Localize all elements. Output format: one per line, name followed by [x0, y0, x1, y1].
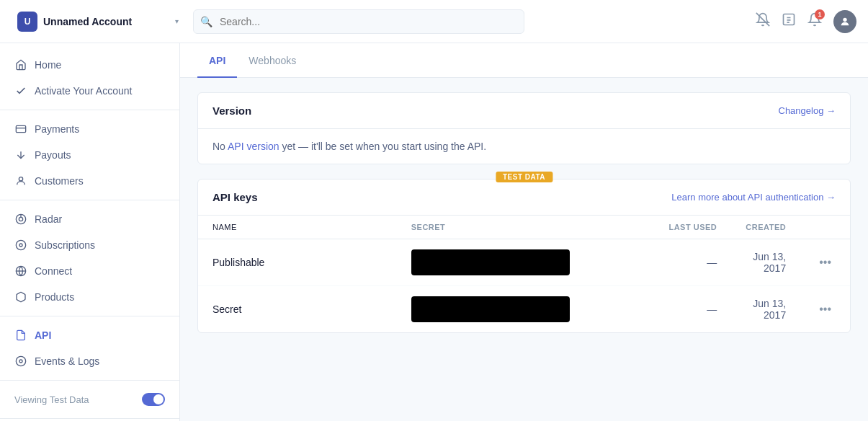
sidebar-item-label: Home — [35, 59, 61, 71]
sidebar-item-label: Payouts — [35, 149, 71, 161]
version-card-body: No API version yet — it'll be set when y… — [198, 129, 850, 164]
tab-webhooks[interactable]: Webhooks — [237, 43, 308, 78]
key-name-publishable: Publishable — [198, 239, 397, 286]
sidebar-item-label: Events & Logs — [35, 355, 99, 367]
search-bar: 🔍 — [193, 9, 524, 34]
layout: Home Activate Your Account Payments Payo… — [0, 43, 868, 421]
docs-icon[interactable] — [782, 12, 796, 30]
key-secret-publishable — [397, 239, 643, 286]
sidebar-item-customers[interactable]: Customers — [0, 168, 179, 194]
chevron-down-icon: ▾ — [175, 17, 179, 25]
table-row: Publishable — Jun 13, 2017 ••• — [198, 239, 850, 286]
sidebar-item-label: Activate Your Account — [35, 85, 132, 97]
key-last-used-secret: — — [643, 286, 731, 333]
test-data-toggle-switch[interactable] — [142, 393, 165, 406]
tab-api[interactable]: API — [197, 43, 237, 78]
sidebar-item-radar[interactable]: Radar — [0, 206, 179, 232]
account-icon: U — [17, 12, 37, 32]
content-area: Version Changelog → No API version yet —… — [180, 92, 868, 350]
search-input[interactable] — [193, 9, 524, 34]
sidebar-item-label: Connect — [35, 265, 72, 277]
svg-point-10 — [16, 240, 25, 249]
sidebar-item-label: API — [35, 329, 51, 341]
col-header-last-used: LAST USED — [643, 216, 731, 239]
api-keys-table: NAME SECRET LAST USED CREATED Publishabl… — [198, 216, 850, 332]
sidebar-item-home[interactable]: Home — [0, 52, 179, 78]
notification-badge: 1 — [815, 9, 825, 19]
payments-icon — [14, 123, 27, 136]
topbar: U Unnamed Account ▾ 🔍 1 — [0, 0, 868, 43]
check-icon — [14, 84, 27, 97]
payouts-icon — [14, 149, 27, 161]
sidebar-item-label: Radar — [35, 213, 62, 225]
customers-icon — [14, 174, 27, 187]
viewing-test-data-label: Viewing Test Data — [14, 394, 89, 405]
version-body-text: No API version yet — it'll be set when y… — [212, 141, 836, 152]
changelog-link[interactable]: Changelog → — [779, 105, 836, 116]
user-avatar[interactable] — [833, 10, 856, 33]
svg-point-2 — [843, 17, 846, 21]
sidebar-item-subscriptions[interactable]: Subscriptions — [0, 232, 179, 258]
col-header-created: CREATED — [731, 216, 800, 239]
version-card-title: Version — [212, 105, 251, 117]
api-keys-card: TEST DATA API keys Learn more about API … — [197, 179, 851, 333]
sidebar-divider — [0, 200, 179, 200]
sidebar-item-connect[interactable]: Connect — [0, 258, 179, 284]
key-actions-publishable: ••• — [800, 239, 850, 286]
sidebar-item-events-logs[interactable]: Events & Logs — [0, 348, 179, 374]
sidebar-item-payments[interactable]: Payments — [0, 116, 179, 142]
account-name: Unnamed Account — [43, 16, 169, 27]
col-header-name: NAME — [198, 216, 397, 239]
svg-point-6 — [19, 177, 22, 181]
key-name-secret: Secret — [198, 286, 397, 333]
sidebar-divider — [0, 380, 179, 381]
secret-mask — [411, 249, 570, 275]
api-keys-header: API keys Learn more about API authentica… — [198, 180, 850, 216]
sidebar-item-label: Subscriptions — [35, 239, 95, 251]
version-card-header: Version Changelog → — [198, 93, 850, 129]
svg-point-11 — [19, 244, 22, 247]
table-row: Secret — Jun 13, 2017 ••• — [198, 286, 850, 333]
connect-icon — [14, 265, 27, 278]
home-icon — [14, 58, 27, 71]
col-header-actions — [800, 216, 850, 239]
notification-bell-icon[interactable]: 1 — [807, 12, 822, 30]
sidebar: Home Activate Your Account Payments Payo… — [0, 43, 180, 421]
ellipsis-button[interactable]: ••• — [815, 300, 836, 318]
search-icon: 🔍 — [200, 16, 212, 27]
api-icon — [14, 329, 27, 342]
sidebar-item-label: Products — [35, 291, 74, 303]
subscriptions-icon — [14, 239, 27, 252]
ellipsis-button[interactable]: ••• — [815, 253, 836, 271]
sidebar-item-payouts[interactable]: Payouts — [0, 142, 179, 168]
account-selector[interactable]: U Unnamed Account ▾ — [12, 7, 184, 36]
svg-rect-3 — [16, 125, 25, 132]
sidebar-divider — [0, 110, 179, 110]
svg-point-8 — [19, 217, 22, 221]
key-last-used-publishable: — — [643, 239, 731, 286]
key-created-publishable: Jun 13, 2017 — [731, 239, 800, 286]
bell-mute-icon[interactable] — [756, 12, 770, 30]
sidebar-item-activate[interactable]: Activate Your Account — [0, 78, 179, 104]
sidebar-item-api[interactable]: API — [0, 322, 179, 348]
auth-link[interactable]: Learn more about API authentication → — [671, 192, 836, 203]
sidebar-item-label: Payments — [35, 123, 79, 135]
viewing-test-data-toggle[interactable]: Viewing Test Data — [0, 386, 179, 412]
col-header-secret: SECRET — [397, 216, 643, 239]
svg-point-14 — [16, 356, 25, 365]
tab-bar: API Webhooks — [180, 43, 868, 78]
products-icon — [14, 291, 27, 303]
radar-icon — [14, 213, 27, 226]
sidebar-item-label: Customers — [35, 175, 84, 187]
key-secret-secret — [397, 286, 643, 333]
sidebar-divider — [0, 418, 179, 419]
api-keys-title: API keys — [212, 191, 258, 203]
api-version-link[interactable]: API version — [228, 141, 279, 152]
key-created-secret: Jun 13, 2017 — [731, 286, 800, 333]
key-actions-secret: ••• — [800, 286, 850, 333]
events-icon — [14, 355, 27, 368]
svg-line-0 — [756, 13, 769, 26]
main-content: API Webhooks Version Changelog → No API … — [180, 43, 868, 421]
sidebar-item-products[interactable]: Products — [0, 284, 179, 310]
toggle-dot — [153, 394, 164, 404]
